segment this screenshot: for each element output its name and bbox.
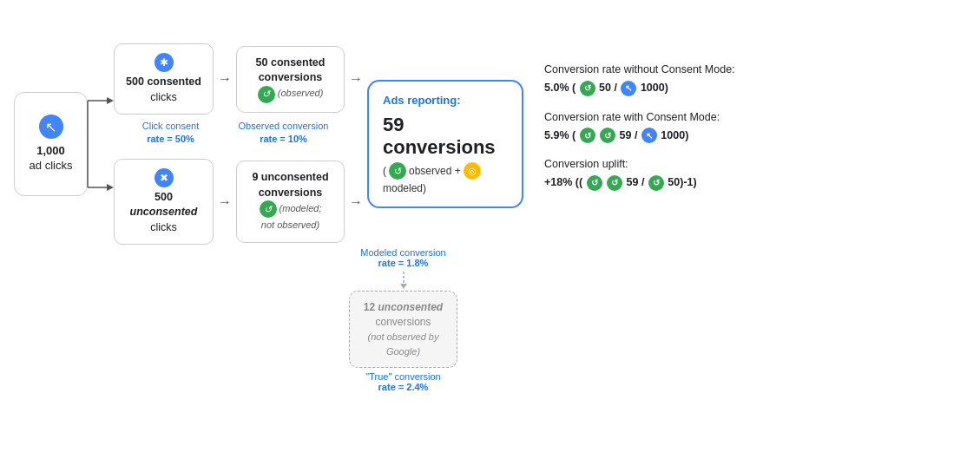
arrow-3: → bbox=[218, 194, 232, 210]
unconsented-clicks-box: ✖ 500 unconsented clicks bbox=[114, 159, 214, 246]
stats-panel: Conversion rate without Consent Mode: 5.… bbox=[534, 17, 966, 455]
modeled-icon-1: ↺ bbox=[260, 200, 277, 218]
click-consent-rate: Click consent rate = 50% bbox=[121, 120, 220, 147]
stat-icon-5: ↖ bbox=[641, 128, 657, 143]
stat-icon-8: ↺ bbox=[648, 175, 664, 191]
branch-connector bbox=[88, 57, 114, 231]
true-conversion-rate: "True" conversion rate = 2.4% bbox=[365, 371, 440, 392]
observed-icon-1: ↺ bbox=[258, 86, 275, 103]
ads-reporting-box: Ads reporting: 59 conversions ( ↺ observ… bbox=[367, 80, 523, 208]
unconsented-path: ✖ 500 unconsented clicks → bbox=[114, 159, 365, 246]
svg-marker-6 bbox=[400, 284, 407, 289]
modeled-conversion-rate: Modeled conversion rate = 1.8% bbox=[360, 247, 445, 268]
unconsented-row: ✖ 500 unconsented clicks → bbox=[114, 159, 365, 246]
consented-conversions-box: 50 consented conversions ↺ (observed) bbox=[236, 46, 345, 113]
observed-icon-2: ↺ bbox=[389, 162, 406, 180]
stat-icon-3: ↺ bbox=[580, 128, 595, 143]
modeled-icon-2: ◎ bbox=[464, 162, 481, 180]
consent-icon-2: ✖ bbox=[155, 168, 174, 187]
svg-marker-1 bbox=[107, 97, 114, 104]
stat-with-consent: Conversion rate with Consent Mode: 5.9% … bbox=[544, 108, 966, 146]
svg-marker-4 bbox=[107, 184, 114, 191]
two-paths: ✱ 500 consented clicks → bbox=[114, 43, 365, 245]
flow-diagram: ↖ 1,000 ad clicks bbox=[14, 17, 523, 455]
unobserved-box: 12 unconsented conversions (not observed… bbox=[349, 291, 457, 368]
arrow-1: → bbox=[218, 71, 232, 87]
consent-icon-1: ✱ bbox=[155, 53, 174, 72]
unconsented-conversions-box: 9 unconsented conversions ↺ (modeled; no… bbox=[236, 161, 345, 243]
stat-icon-7: ↺ bbox=[607, 175, 622, 191]
ads-reporting-number: 59 conversions bbox=[383, 114, 508, 159]
dashed-arrow-down bbox=[395, 272, 412, 289]
observed-conversion-rate: Observed conversion rate = 10% bbox=[229, 120, 338, 147]
dashed-section: Modeled conversion rate = 1.8% 12 uncons… bbox=[283, 245, 523, 392]
stat-icon-6: ↺ bbox=[587, 175, 602, 191]
consented-path: ✱ 500 consented clicks → bbox=[114, 43, 365, 147]
ad-clicks-label: 1,000 ad clicks bbox=[30, 144, 73, 174]
arrow-2: → bbox=[349, 71, 363, 87]
arrow-4: → bbox=[349, 194, 363, 210]
ads-reporting-sublabel: ( ↺ observed + ◎ modeled) bbox=[383, 162, 508, 194]
stat-icon-1: ↺ bbox=[580, 81, 595, 96]
consented-row: ✱ 500 consented clicks → bbox=[114, 43, 365, 115]
stat-uplift: Conversion uplift: +18% (( ↺ ↺ 59 / ↺ 50… bbox=[544, 155, 966, 193]
stat-no-consent: Conversion rate without Consent Mode: 5.… bbox=[544, 61, 966, 98]
consented-clicks-box: ✱ 500 consented clicks bbox=[114, 43, 214, 115]
page: ↖ 1,000 ad clicks bbox=[0, 0, 980, 472]
cursor-icon: ↖ bbox=[39, 115, 63, 139]
ad-clicks-box: ↖ 1,000 ad clicks bbox=[14, 92, 88, 196]
stat-icon-2: ↖ bbox=[621, 81, 636, 96]
ads-reporting-title: Ads reporting: bbox=[383, 94, 508, 107]
stat-icon-4: ↺ bbox=[600, 128, 615, 143]
